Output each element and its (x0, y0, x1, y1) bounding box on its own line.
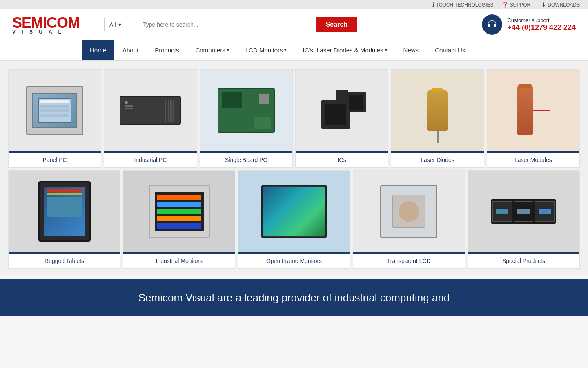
top-bar-downloads[interactable]: ⬇ DOWNLOADS (541, 2, 580, 8)
product-label-laser-diodes: Laser Diodes (391, 151, 483, 167)
nav-item-lcd-monitors[interactable]: LCD Monitors ▾ (237, 40, 295, 60)
nav-news-label: News (403, 47, 419, 54)
nav-ics-lasers-label: IC's, Laser Diodes & Modules (303, 47, 383, 54)
chevron-down-icon: ▾ (227, 48, 229, 52)
product-card-laser-diodes[interactable]: Laser Diodes (391, 69, 484, 168)
chevron-down-icon: ▾ (385, 48, 387, 52)
products-section: Panel PC (0, 61, 588, 275)
product-card-panel-pc[interactable]: Panel PC (8, 69, 101, 168)
navigation: Home About Products Computers ▾ LCD Moni… (0, 40, 588, 61)
product-card-special-products[interactable]: Special Products (468, 170, 580, 269)
product-label-open-frame-monitors: Open Frame Monitors (238, 252, 350, 268)
top-bar-touch-tech[interactable]: ℹ TOUCH TECHNOLOGIES (432, 2, 494, 8)
product-card-single-board-pc[interactable]: Single Board PC (200, 69, 293, 168)
product-label-industrial-pc: Industrial PC (104, 151, 196, 167)
header: SEMICOM V I S U A L All ▾ Search Custome… (0, 9, 588, 40)
nav-about-label: About (122, 47, 138, 54)
logo[interactable]: SEMICOM V I S U A L (12, 14, 80, 35)
product-label-industrial-monitors: Industrial Monitors (123, 252, 235, 268)
headphone-icon (482, 14, 502, 35)
nav-item-home[interactable]: Home (82, 40, 114, 60)
footer-text: Semicom Visual are a leading provider of… (16, 292, 572, 304)
download-icon: ⬇ (541, 2, 546, 8)
product-image-laser-modules (487, 70, 579, 151)
product-card-industrial-pc[interactable]: Industrial PC (104, 69, 197, 168)
info-icon: ℹ (432, 2, 434, 8)
nav-item-products[interactable]: Products (147, 40, 187, 60)
product-row-1: Panel PC (8, 69, 580, 168)
nav-home-label: Home (90, 47, 106, 54)
top-bar: ℹ TOUCH TECHNOLOGIES ❓ SUPPORT ⬇ DOWNLOA… (0, 0, 588, 9)
product-label-rugged-tablets: Rugged Tablets (9, 252, 120, 268)
product-card-industrial-monitors[interactable]: Industrial Monitors (123, 170, 235, 269)
nav-lcd-monitors-label: LCD Monitors (245, 47, 283, 54)
nav-item-ics-lasers[interactable]: IC's, Laser Diodes & Modules ▾ (294, 40, 395, 60)
product-label-panel-pc: Panel PC (9, 151, 101, 167)
touch-tech-label: TOUCH TECHNOLOGIES (436, 2, 494, 8)
product-image-transparent-lcd (353, 171, 465, 252)
product-image-industrial-pc (104, 70, 196, 151)
support-phone: +44 (0)1279 422 224 (507, 23, 576, 32)
customer-support: Customer support +44 (0)1279 422 224 (482, 14, 576, 35)
product-image-panel-pc (9, 70, 101, 151)
product-card-transparent-lcd[interactable]: Transparent LCD (353, 170, 465, 269)
nav-item-about[interactable]: About (114, 40, 147, 60)
search-button[interactable]: Search (316, 17, 357, 32)
chevron-down-icon: ▾ (284, 48, 286, 52)
chevron-down-icon: ▾ (118, 21, 121, 28)
svg-rect-0 (488, 25, 490, 27)
nav-products-label: Products (155, 47, 179, 54)
product-card-laser-modules[interactable]: Laser Modules (487, 69, 580, 168)
nav-computers-label: Computers (195, 47, 225, 54)
downloads-label: DOWNLOADS (548, 2, 580, 8)
footer-band: Semicom Visual are a leading provider of… (0, 279, 588, 316)
product-label-laser-modules: Laser Modules (487, 151, 579, 167)
product-label-transparent-lcd: Transparent LCD (353, 252, 465, 268)
nav-item-contact-us[interactable]: Contact Us (427, 40, 473, 60)
product-card-ics[interactable]: ICs (295, 69, 388, 168)
search-bar: All ▾ Search (104, 17, 357, 32)
nav-item-computers[interactable]: Computers ▾ (187, 40, 237, 60)
product-label-special-products: Special Products (468, 252, 579, 268)
support-text-label: Customer support (507, 17, 576, 23)
product-image-industrial-monitors (123, 171, 235, 252)
search-input[interactable] (137, 17, 316, 32)
nav-contact-label: Contact Us (435, 47, 465, 54)
product-card-open-frame-monitors[interactable]: Open Frame Monitors (238, 170, 350, 269)
support-label: SUPPORT (510, 2, 534, 8)
product-row-2: Rugged Tablets Industrial Mo (8, 170, 580, 269)
svg-rect-1 (494, 25, 496, 27)
product-card-rugged-tablets[interactable]: Rugged Tablets (8, 170, 120, 269)
product-image-open-frame-monitors (238, 171, 350, 252)
product-image-single-board-pc (200, 70, 292, 151)
support-info: Customer support +44 (0)1279 422 224 (507, 17, 576, 32)
product-label-ics: ICs (296, 151, 388, 167)
product-image-laser-diodes (391, 70, 483, 151)
product-image-ics (296, 70, 388, 151)
product-image-special-products (468, 171, 579, 252)
top-bar-support[interactable]: ❓ SUPPORT (502, 2, 534, 8)
search-category-dropdown[interactable]: All ▾ (104, 17, 137, 32)
support-icon: ❓ (502, 2, 508, 8)
nav-item-news[interactable]: News (395, 40, 427, 60)
search-category-label: All (109, 21, 116, 28)
product-label-single-board-pc: Single Board PC (200, 151, 292, 167)
product-image-rugged-tablets (9, 171, 120, 252)
